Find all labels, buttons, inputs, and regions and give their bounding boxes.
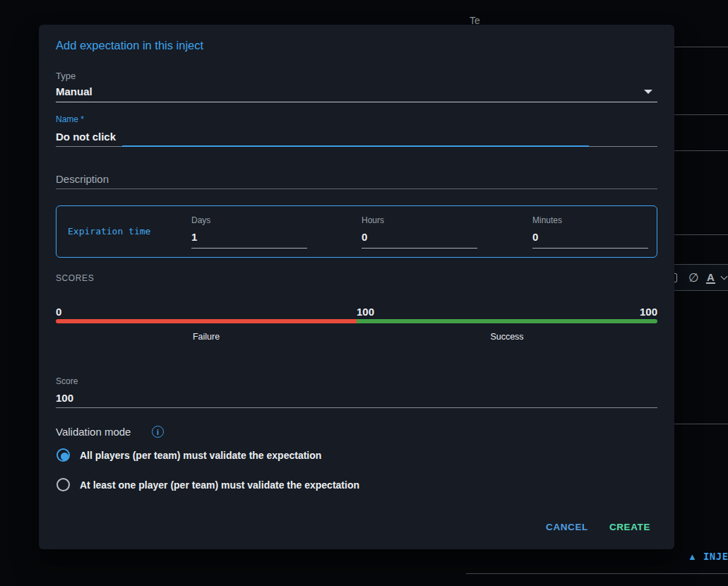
info-icon[interactable]: i — [152, 426, 164, 438]
minutes-label: Minutes — [532, 215, 562, 225]
collapse-arrow-icon: ▲ — [688, 552, 697, 561]
radio-button-icon — [56, 478, 70, 491]
days-underline — [191, 248, 307, 249]
score-range-slider: 0 100 100 Failure Success — [56, 304, 657, 371]
radio-at-least-one-player-label: At least one player (per team) must vali… — [80, 479, 359, 491]
app-root: Te ∅ A ▲ INJEC Add expectation in this i… — [0, 0, 728, 586]
hours-label: Hours — [362, 215, 384, 225]
score-underline — [56, 407, 657, 408]
failure-segment[interactable] — [56, 319, 357, 323]
expiration-days-field: Days 1 — [191, 206, 307, 258]
success-segment[interactable] — [357, 319, 657, 323]
add-expectation-dialog: Add expectation in this inject Type Manu… — [39, 25, 674, 549]
validation-mode-row: Validation mode i — [56, 426, 131, 438]
chevron-down-icon[interactable] — [722, 265, 727, 290]
name-focus-underline — [122, 145, 589, 147]
description-underline[interactable] — [56, 189, 657, 189]
validation-mode-label: Validation mode — [56, 426, 131, 438]
type-underline — [56, 102, 657, 102]
days-input[interactable]: 1 — [191, 231, 197, 243]
radio-button-icon — [56, 448, 70, 462]
description-label: Description — [56, 173, 109, 185]
minutes-underline — [532, 248, 648, 249]
name-label: Name * — [56, 114, 84, 124]
dialog-actions: CANCEL CREATE — [540, 515, 656, 539]
hours-input[interactable]: 0 — [362, 231, 367, 243]
slider-tick-max: 100 — [640, 306, 657, 318]
create-button[interactable]: CREATE — [604, 515, 656, 539]
radio-all-players-label: All players (per team) must validate the… — [80, 450, 321, 461]
link-icon[interactable]: ∅ — [688, 265, 699, 290]
inject-content-label: INJEC — [703, 551, 728, 562]
name-input[interactable]: Do not click — [56, 131, 116, 143]
days-label: Days — [191, 215, 210, 225]
font-color-icon[interactable]: A — [706, 265, 715, 290]
slider-tick-threshold: 100 — [357, 306, 374, 318]
footer-divider — [466, 573, 728, 574]
hours-underline — [362, 248, 477, 249]
expiration-time-legend: Expiration time — [68, 226, 150, 237]
success-label: Success — [357, 332, 657, 342]
type-select-value[interactable]: Manual — [56, 85, 93, 97]
score-input[interactable]: 100 — [56, 392, 73, 404]
failure-label: Failure — [56, 332, 357, 342]
score-label: Score — [56, 376, 78, 386]
cancel-button[interactable]: CANCEL — [540, 515, 594, 539]
inject-content-toggle[interactable]: ▲ INJEC — [688, 551, 728, 562]
expiration-minutes-field: Minutes 0 — [532, 206, 648, 258]
select-dropdown-icon[interactable] — [644, 90, 652, 94]
expiration-time-fieldset: Expiration time Days 1 Hours 0 Minutes 0 — [56, 205, 657, 258]
scores-heading: SCORES — [56, 273, 94, 283]
minutes-input[interactable]: 0 — [532, 231, 538, 243]
dialog-title: Add expectation in this inject — [56, 39, 203, 52]
slider-tick-min: 0 — [56, 306, 61, 318]
slider-track[interactable] — [56, 319, 657, 323]
type-label: Type — [56, 71, 76, 81]
expiration-hours-field: Hours 0 — [362, 206, 477, 258]
